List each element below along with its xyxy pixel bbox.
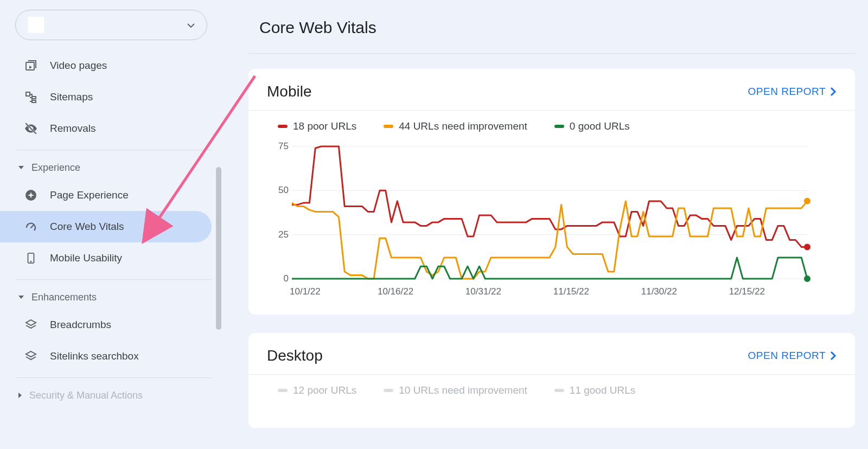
group-label: Enhancements bbox=[31, 292, 97, 303]
page-title: Core Web Vitals bbox=[259, 18, 855, 37]
divider bbox=[248, 374, 855, 375]
sidebar-item-page-experience[interactable]: Page Experience bbox=[0, 179, 212, 211]
sidebar-group-security[interactable]: Security & Manual Actions bbox=[0, 383, 222, 407]
chart-canvas bbox=[270, 142, 813, 283]
svg-rect-1 bbox=[26, 92, 30, 96]
mobile-legend: 18 poor URLs 44 URLs need improvement 0 … bbox=[278, 120, 837, 132]
group-label: Experience bbox=[31, 162, 80, 174]
mobile-chart: 0255075 10/1/2210/16/2210/31/2211/15/221… bbox=[270, 142, 837, 303]
open-report-label: OPEN REPORT bbox=[748, 350, 826, 362]
svg-point-12 bbox=[804, 198, 810, 204]
legend-needs-improvement: 44 URLs need improvement bbox=[384, 120, 527, 132]
sidebar-item-label: Sitemaps bbox=[50, 91, 93, 103]
divider bbox=[16, 279, 212, 280]
legend-good: 11 good URLs bbox=[554, 384, 635, 396]
svg-point-11 bbox=[804, 243, 810, 250]
x-tick-label: 12/15/22 bbox=[729, 286, 765, 297]
sidebar-item-label: Breadcrumbs bbox=[50, 319, 111, 331]
legend-swatch-ni bbox=[384, 125, 393, 128]
sidebar-item-label: Page Experience bbox=[50, 189, 129, 201]
legend-label: 0 good URLs bbox=[570, 120, 630, 132]
chevron-right-icon bbox=[830, 87, 837, 97]
legend-good: 0 good URLs bbox=[554, 120, 630, 132]
chevron-right-icon bbox=[830, 351, 837, 361]
group-label: Security & Manual Actions bbox=[29, 390, 143, 401]
scrollbar-thumb[interactable] bbox=[216, 167, 221, 330]
legend-needs-improvement: 10 URLs need improvement bbox=[384, 384, 527, 396]
legend-label: 11 good URLs bbox=[570, 384, 635, 396]
desktop-card: Desktop OPEN REPORT 12 poor URLs 10 URLs… bbox=[248, 333, 855, 428]
page-experience-icon bbox=[24, 188, 38, 202]
card-title-mobile: Mobile bbox=[267, 83, 311, 100]
mobile-card: Mobile OPEN REPORT 18 poor URLs 44 URLs … bbox=[248, 69, 855, 315]
layers-icon bbox=[24, 349, 38, 363]
sidebar-item-sitelinks-searchbox[interactable]: Sitelinks searchbox bbox=[0, 341, 212, 372]
sidebar: Video pages Sitemaps Removals Experience bbox=[0, 0, 222, 449]
desktop-legend: 12 poor URLs 10 URLs need improvement 11… bbox=[278, 384, 837, 396]
sidebar-item-video-pages[interactable]: Video pages bbox=[0, 50, 212, 81]
legend-swatch-good bbox=[554, 125, 564, 128]
layers-icon bbox=[24, 318, 38, 332]
legend-swatch bbox=[384, 389, 393, 392]
sidebar-group-enhancements[interactable]: Enhancements bbox=[0, 285, 222, 309]
card-title-desktop: Desktop bbox=[267, 347, 323, 364]
divider bbox=[248, 53, 855, 54]
sidebar-item-label: Video pages bbox=[50, 60, 107, 72]
main-content: Core Web Vitals Mobile OPEN REPORT 18 po… bbox=[222, 0, 868, 449]
legend-label: 18 poor URLs bbox=[293, 120, 356, 132]
property-selector[interactable] bbox=[15, 10, 207, 40]
legend-poor: 12 poor URLs bbox=[278, 384, 356, 396]
open-report-label: OPEN REPORT bbox=[748, 86, 826, 98]
sidebar-item-sitemaps[interactable]: Sitemaps bbox=[0, 81, 212, 113]
svg-rect-2 bbox=[32, 97, 36, 99]
x-tick-label: 10/1/22 bbox=[290, 286, 321, 297]
svg-rect-3 bbox=[32, 100, 36, 102]
legend-poor: 18 poor URLs bbox=[278, 120, 356, 132]
sidebar-item-label: Sitelinks searchbox bbox=[50, 350, 139, 362]
x-tick-label: 11/15/22 bbox=[553, 286, 589, 297]
legend-swatch bbox=[278, 389, 288, 392]
y-tick-label: 75 bbox=[270, 141, 289, 152]
open-report-button[interactable]: OPEN REPORT bbox=[748, 350, 837, 362]
sidebar-item-removals[interactable]: Removals bbox=[0, 113, 212, 144]
removals-icon bbox=[24, 121, 38, 136]
divider bbox=[16, 377, 212, 378]
legend-label: 12 poor URLs bbox=[293, 384, 356, 396]
chevron-down-icon bbox=[18, 296, 24, 299]
video-pages-icon bbox=[24, 59, 38, 73]
sitemaps-icon bbox=[24, 90, 38, 104]
y-tick-label: 0 bbox=[270, 273, 289, 284]
y-tick-label: 25 bbox=[270, 229, 289, 240]
legend-swatch-poor bbox=[278, 125, 288, 128]
y-tick-label: 50 bbox=[270, 185, 289, 196]
divider bbox=[16, 150, 212, 150]
sidebar-item-breadcrumbs[interactable]: Breadcrumbs bbox=[0, 309, 212, 341]
divider bbox=[248, 110, 855, 111]
x-tick-label: 10/31/22 bbox=[465, 286, 501, 297]
chevron-down-icon bbox=[18, 166, 24, 169]
mobile-icon bbox=[24, 251, 38, 265]
x-tick-label: 10/16/22 bbox=[378, 286, 413, 297]
open-report-button[interactable]: OPEN REPORT bbox=[748, 86, 837, 98]
sidebar-item-label: Removals bbox=[50, 123, 95, 134]
legend-label: 44 URLs need improvement bbox=[399, 120, 527, 132]
sidebar-item-core-web-vitals[interactable]: Core Web Vitals bbox=[0, 211, 212, 242]
sidebar-item-label: Core Web Vitals bbox=[50, 221, 124, 233]
sidebar-item-mobile-usability[interactable]: Mobile Usability bbox=[0, 242, 212, 274]
sidebar-item-label: Mobile Usability bbox=[50, 252, 122, 264]
sidebar-group-experience[interactable]: Experience bbox=[0, 156, 222, 179]
chevron-right-icon bbox=[18, 393, 22, 398]
svg-point-13 bbox=[804, 275, 810, 282]
chevron-down-icon bbox=[187, 20, 195, 30]
legend-label: 10 URLs need improvement bbox=[399, 384, 527, 396]
x-tick-label: 11/30/22 bbox=[641, 286, 677, 297]
speed-icon bbox=[24, 220, 38, 234]
legend-swatch bbox=[554, 389, 564, 392]
property-thumbnail bbox=[28, 17, 44, 33]
